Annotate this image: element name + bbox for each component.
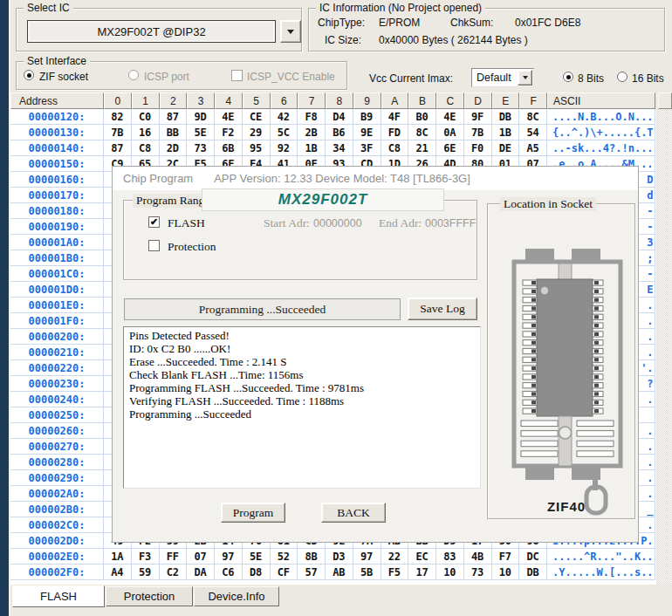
hex-byte-cell[interactable]: 10: [492, 565, 520, 580]
save-log-button[interactable]: Save Log: [408, 298, 477, 320]
hex-byte-cell[interactable]: 17: [408, 565, 436, 580]
back-button[interactable]: BACK: [321, 503, 386, 523]
hex-byte-cell[interactable]: DB: [492, 109, 520, 125]
hex-byte-cell[interactable]: CF: [271, 565, 298, 580]
hex-byte-cell[interactable]: FF: [160, 549, 188, 565]
hex-byte-cell[interactable]: 52: [271, 549, 298, 565]
hex-byte-cell[interactable]: 59: [132, 565, 160, 580]
tab-device-info[interactable]: Device.Info: [194, 586, 279, 606]
hex-byte-cell[interactable]: 3F: [353, 140, 381, 156]
hex-byte-cell[interactable]: BB: [160, 125, 188, 140]
vertical-scrollbar[interactable]: [658, 109, 672, 585]
hex-byte-cell[interactable]: 21: [408, 140, 436, 156]
hex-byte-cell[interactable]: 4F: [381, 109, 409, 125]
hex-byte-cell[interactable]: F3: [132, 549, 160, 565]
hex-byte-cell[interactable]: F5: [381, 565, 409, 580]
hex-byte-cell[interactable]: 07: [187, 549, 215, 565]
hex-byte-cell[interactable]: C2: [160, 565, 188, 580]
hex-byte-cell[interactable]: B0: [408, 109, 436, 125]
hex-byte-cell[interactable]: 16: [132, 125, 160, 140]
hex-byte-cell[interactable]: 83: [436, 549, 464, 565]
hex-byte-cell[interactable]: CE: [243, 109, 271, 125]
hex-ascii-cell[interactable]: {..^.)\+.....{.T: [547, 125, 655, 140]
hex-byte-cell[interactable]: 0A: [436, 125, 464, 140]
zif-socket-radio[interactable]: [24, 70, 34, 80]
tab-flash[interactable]: FLASH: [12, 585, 105, 607]
vcc-dropdown[interactable]: Default: [471, 68, 534, 87]
hex-byte-cell[interactable]: C0: [132, 109, 160, 125]
hex-byte-cell[interactable]: 95: [243, 140, 271, 156]
hex-byte-cell[interactable]: DA: [187, 565, 215, 580]
hex-byte-cell[interactable]: 4E: [215, 109, 243, 125]
hex-byte-cell[interactable]: D4: [326, 109, 353, 125]
hex-byte-cell[interactable]: D8: [243, 565, 271, 580]
hex-byte-cell[interactable]: F0: [464, 140, 492, 156]
hex-byte-cell[interactable]: EC: [408, 549, 436, 565]
hex-byte-cell[interactable]: A4: [104, 565, 132, 580]
hex-byte-cell[interactable]: B9: [353, 109, 381, 125]
hex-byte-cell[interactable]: 8C: [408, 125, 436, 140]
hex-byte-cell[interactable]: C8: [381, 140, 409, 156]
hex-ascii-cell[interactable]: .Y.....W.[...s..: [547, 565, 655, 580]
log-output[interactable]: Pins Detected Passed!ID: 0x C2 B0 ......…: [123, 326, 481, 489]
hex-byte-cell[interactable]: 5E: [187, 125, 215, 140]
hex-byte-cell[interactable]: 5B: [353, 565, 381, 580]
hex-byte-cell[interactable]: A5: [519, 140, 547, 156]
program-button[interactable]: Program: [221, 503, 285, 523]
hex-byte-cell[interactable]: F7: [492, 549, 520, 565]
hex-byte-cell[interactable]: 29: [243, 125, 271, 140]
hex-byte-cell[interactable]: AB: [326, 565, 353, 580]
16-bits-radio[interactable]: [617, 72, 627, 82]
ic-combo-box[interactable]: MX29F002T @DIP32: [27, 20, 276, 43]
hex-byte-cell[interactable]: C8: [132, 140, 160, 156]
hex-byte-cell[interactable]: 10: [436, 565, 464, 580]
hex-byte-cell[interactable]: 7B: [464, 125, 492, 140]
hex-byte-cell[interactable]: DC: [519, 549, 547, 565]
hex-byte-cell[interactable]: 1B: [492, 125, 520, 140]
hex-byte-cell[interactable]: 8C: [519, 109, 547, 125]
hex-byte-cell[interactable]: 6B: [215, 140, 243, 156]
hex-byte-cell[interactable]: 9E: [353, 125, 381, 140]
dialog-titlebar[interactable]: Chip Program APP Version: 12.33 Device M…: [113, 167, 638, 190]
hex-byte-cell[interactable]: 92: [271, 140, 298, 156]
hex-ascii-cell[interactable]: ..-sk...4?.!n...: [547, 140, 655, 156]
scrollbar-corner-button[interactable]: [658, 92, 672, 109]
hex-byte-cell[interactable]: 9F: [464, 109, 492, 125]
flash-checkbox[interactable]: ✔: [148, 216, 160, 228]
hex-byte-cell[interactable]: DE: [492, 140, 520, 156]
hex-byte-cell[interactable]: 1B: [298, 140, 326, 156]
hex-byte-cell[interactable]: 82: [104, 109, 132, 125]
hex-byte-cell[interactable]: 57: [298, 565, 326, 580]
hex-byte-cell[interactable]: 6E: [436, 140, 464, 156]
hex-byte-cell[interactable]: 34: [326, 140, 353, 156]
8-bits-radio[interactable]: [563, 72, 573, 82]
hex-byte-cell[interactable]: 5C: [271, 125, 298, 140]
hex-byte-cell[interactable]: 54: [519, 125, 547, 140]
hex-byte-cell[interactable]: 87: [104, 140, 132, 156]
hex-byte-cell[interactable]: 7B: [104, 125, 132, 140]
hex-byte-cell[interactable]: 97: [215, 549, 243, 565]
hex-byte-cell[interactable]: FD: [381, 125, 409, 140]
hex-byte-cell[interactable]: D3: [326, 549, 353, 565]
hex-byte-cell[interactable]: F2: [215, 125, 243, 140]
hex-byte-cell[interactable]: 42: [271, 109, 298, 125]
hex-byte-cell[interactable]: F8: [298, 109, 326, 125]
tab-protection[interactable]: Protection: [106, 586, 193, 606]
hex-byte-cell[interactable]: DB: [519, 565, 547, 580]
vcc-dropdown-button[interactable]: [518, 70, 532, 86]
hex-byte-cell[interactable]: 9D: [187, 109, 215, 125]
hex-byte-cell[interactable]: 73: [187, 140, 215, 156]
hex-byte-cell[interactable]: 1A: [104, 549, 132, 565]
hex-ascii-cell[interactable]: ....N.B...O.N...: [547, 109, 655, 125]
hex-byte-cell[interactable]: 22: [381, 549, 409, 565]
hex-byte-cell[interactable]: 4B: [464, 549, 492, 565]
hex-byte-cell[interactable]: 4E: [436, 109, 464, 125]
hex-byte-cell[interactable]: 2B: [298, 125, 326, 140]
hex-byte-cell[interactable]: 5E: [243, 549, 271, 565]
hex-byte-cell[interactable]: 97: [353, 549, 381, 565]
hex-byte-cell[interactable]: 87: [160, 109, 188, 125]
protection-checkbox[interactable]: [148, 240, 160, 251]
hex-ascii-cell[interactable]: .....^R..."..K..: [547, 549, 655, 565]
ic-combo-dropdown-button[interactable]: [280, 20, 301, 43]
hex-byte-cell[interactable]: B6: [326, 125, 353, 140]
